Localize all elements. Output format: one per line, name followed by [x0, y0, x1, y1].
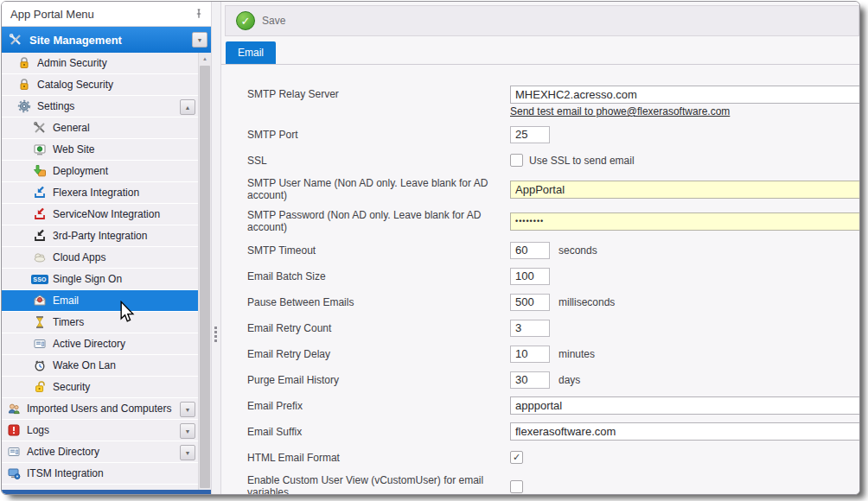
splitter-grip-icon	[214, 327, 217, 344]
integration-dark-icon	[32, 229, 48, 243]
pause-between-emails-input[interactable]	[510, 294, 550, 311]
integration-red-icon	[32, 207, 48, 221]
field-label: Email Prefix	[247, 400, 510, 412]
tab-email[interactable]: Email	[226, 41, 276, 64]
smtp-password-non-ad-only-leave-blank-for-ad-account-input[interactable]	[510, 212, 860, 231]
field-label: SMTP Port	[247, 129, 510, 141]
deployment-icon	[32, 164, 48, 178]
sidebar-item-security[interactable]: Security	[2, 376, 199, 397]
sidebar-item-email[interactable]: Email	[2, 289, 199, 311]
form-row-pause-between-emails: Pause Between Emails milliseconds	[247, 293, 860, 311]
field-label: SMTP User Name (Non AD only. Leave blank…	[247, 177, 510, 201]
purge-email-history-input[interactable]	[510, 371, 550, 389]
form-row-email-prefix: Email Prefix	[247, 396, 860, 415]
itsm-icon	[6, 466, 22, 480]
tools-icon	[32, 121, 48, 135]
form-row-email-retry-count: Email Retry Count	[247, 319, 860, 337]
sidebar-item-servicenow-integration[interactable]: ServiceNow Integration	[2, 203, 199, 225]
save-button-label: Save	[262, 15, 285, 27]
form-row-purge-email-history: Purge Email History days	[247, 371, 860, 389]
sidebar-section-site-management[interactable]: Site Management ▼	[2, 27, 211, 53]
form-row-smtp-relay-server: SMTP Relay Server Send test email to pho…	[247, 86, 860, 117]
email-retry-delay-input[interactable]	[510, 346, 550, 363]
sidebar-item-single-sign-on[interactable]: SSO Single Sign On	[2, 268, 199, 289]
form-row-smtp-timeout: SMTP Timeout seconds	[247, 241, 860, 259]
smtp-user-name-non-ad-only-leave-blank-for-ad-account-input[interactable]	[510, 181, 860, 199]
email-batch-size-input[interactable]	[510, 268, 550, 285]
sidebar-item-item[interactable]	[2, 484, 199, 490]
splitter-handle[interactable]	[211, 2, 221, 494]
smtp-port-input[interactable]	[510, 126, 550, 143]
unlock-icon	[32, 380, 48, 394]
collapse-toggle-icon[interactable]: ▲	[180, 99, 195, 115]
form-row-email-retry-delay: Email Retry Delay minutes	[247, 345, 860, 363]
save-button[interactable]: ✓ Save	[233, 9, 294, 33]
smtp-timeout-input[interactable]	[510, 242, 550, 259]
sidebar-item-settings[interactable]: Settings ▲	[2, 95, 199, 117]
sidebar-item-active-directory[interactable]: Active Directory	[2, 333, 199, 354]
users-icon	[6, 402, 22, 415]
website-icon	[32, 143, 48, 156]
sso-icon: SSO	[32, 272, 48, 286]
smtp-relay-server-input[interactable]	[510, 86, 860, 104]
main-content: ✓ Save Email SMTP Relay Server Send test…	[221, 2, 860, 494]
form-row-ssl: SSL Use SSL to send email	[247, 151, 860, 169]
email-suffix-input[interactable]	[510, 422, 860, 441]
scrollbar-up-icon[interactable]: ▲	[199, 53, 211, 65]
form-row-smtp-password-non-ad-only-leave-blank-for-ad-account: SMTP Password (Non AD only. Leave blank …	[247, 209, 860, 233]
logs-icon	[6, 423, 22, 437]
email-prefix-input[interactable]	[510, 396, 860, 415]
sidebar-item-3rd-party-integration[interactable]: 3rd-Party Integration	[2, 225, 199, 246]
sidebar-scrollbar[interactable]: ▲	[198, 53, 211, 490]
pin-icon[interactable]	[192, 7, 206, 21]
unit-label: minutes	[558, 348, 595, 360]
enable-custom-user-view-vcustomuser-for-email-variables-checkbox[interactable]	[510, 480, 523, 493]
gear-icon	[16, 99, 32, 113]
sidebar-menu-list: Admin Security Catalog Security Settings…	[2, 53, 211, 490]
form-row-enable-custom-user-view-vcustomuser-for-email-variables: Enable Custom User View (vCustomUser) fo…	[247, 474, 860, 494]
html-email-format-checkbox[interactable]: ✓	[510, 451, 523, 464]
form-row-email-batch-size: Email Batch Size	[247, 267, 860, 285]
menu-title: App Portal Menu	[10, 8, 192, 21]
form-row-email-suffix: Email Suffix	[247, 422, 860, 441]
sidebar-item-itsm-integration[interactable]: ITSM Integration	[2, 462, 199, 484]
field-label: Pause Between Emails	[247, 296, 510, 308]
sidebar-item-flexera-integration[interactable]: Flexera Integration	[2, 181, 199, 203]
lock-icon	[16, 78, 32, 92]
sidebar: App Portal Menu Site Management ▼ Admin …	[2, 2, 211, 494]
sidebar-item-general[interactable]: General	[2, 117, 199, 138]
field-label: Email Suffix	[247, 426, 510, 438]
partially-visible-section-header	[2, 490, 211, 494]
section-collapse-button[interactable]: ▼	[192, 32, 207, 48]
expand-toggle-icon[interactable]: ▼	[180, 402, 195, 417]
field-label: SSL	[247, 155, 510, 167]
expand-toggle-icon[interactable]: ▼	[180, 445, 195, 460]
field-label: Email Retry Count	[247, 322, 510, 334]
scrollbar-thumb[interactable]	[200, 66, 210, 488]
email-retry-count-input[interactable]	[510, 320, 550, 337]
sidebar-item-wake-on-lan[interactable]: Wake On Lan	[2, 354, 199, 376]
unit-label: seconds	[558, 244, 597, 257]
form-row-smtp-user-name-non-ad-only-leave-blank-for-ad-account: SMTP User Name (Non AD only. Leave blank…	[247, 177, 860, 201]
cloud-icon	[6, 488, 22, 490]
send-test-email-link[interactable]: Send test email to phowe@flexerasoftware…	[510, 105, 730, 117]
sidebar-item-imported-users-and-computers[interactable]: Imported Users and Computers ▼	[2, 397, 199, 419]
sidebar-item-active-directory[interactable]: Active Directory ▼	[2, 441, 199, 462]
ssl-checkbox[interactable]	[510, 154, 523, 167]
unit-label: days	[558, 374, 580, 386]
unit-label: milliseconds	[558, 296, 615, 308]
sidebar-item-catalog-security[interactable]: Catalog Security	[2, 73, 199, 95]
section-header-label: Site Management	[29, 34, 192, 47]
integration-blue-icon	[32, 186, 48, 200]
checkbox-label: Use SSL to send email	[529, 155, 635, 167]
expand-toggle-icon[interactable]: ▼	[180, 423, 195, 439]
field-label: Enable Custom User View (vCustomUser) fo…	[247, 474, 510, 494]
sidebar-item-deployment[interactable]: Deployment	[2, 160, 199, 181]
address-book-icon	[6, 445, 22, 459]
sidebar-item-admin-security[interactable]: Admin Security	[2, 53, 199, 73]
app-window: App Portal Menu Site Management ▼ Admin …	[1, 1, 860, 495]
sidebar-item-logs[interactable]: Logs ▼	[2, 419, 199, 441]
sidebar-item-cloud-apps[interactable]: Cloud Apps	[2, 246, 199, 268]
sidebar-item-web-site[interactable]: Web Site	[2, 138, 199, 160]
sidebar-item-timers[interactable]: Timers	[2, 311, 199, 333]
